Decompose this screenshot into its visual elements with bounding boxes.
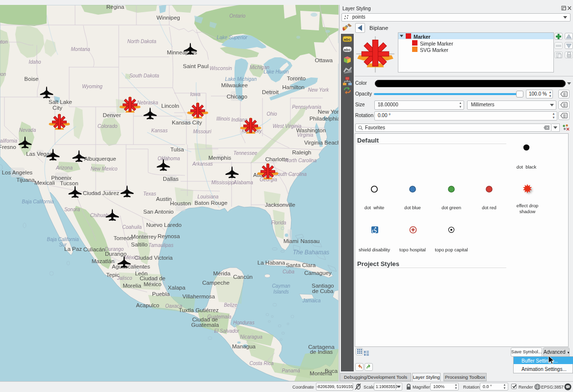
svg-text:Honduras: Honduras [233,320,254,325]
svg-text:Ciudad Juárez: Ciudad Juárez [83,190,119,196]
svg-text:Jalisco: Jalisco [117,275,132,281]
svg-text:Islands: Islands [273,289,289,294]
svg-text:abc: abc [344,37,351,42]
svg-text:Torreón: Torreón [114,235,133,241]
svg-text:Nevada: Nevada [19,127,36,133]
svg-text:Lake Superior: Lake Superior [217,35,248,40]
svg-text:Xalapa: Xalapa [168,285,185,291]
svg-text:Camaguey: Camaguey [304,270,332,276]
svg-text:Nebraska: Nebraska [137,100,158,105]
svg-text:Colorado: Colorado [98,123,118,129]
svg-text:Lake Michigan: Lake Michigan [225,76,257,82]
svg-text:Albuquerque: Albuquerque [84,156,116,162]
svg-text:abc: abc [344,48,351,52]
svg-text:The Bahamas: The Bahamas [293,249,330,256]
svg-text:Iowa: Iowa [190,92,201,97]
svg-text:Wyoming: Wyoming [82,84,103,89]
svg-text:Los Angeles: Los Angeles [2,170,33,175]
svg-text:La Paz: La Paz [64,246,82,252]
svg-text:Arizona: Arizona [55,165,73,171]
svg-text:Mazatlán: Mazatlán [92,258,115,264]
svg-text:de Cuba: de Cuba [312,288,334,294]
svg-text:Jacksonville: Jacksonville [265,202,295,208]
svg-text:Nassau: Nassau [301,238,320,244]
svg-text:Tennessee: Tennessee [234,150,258,156]
svg-text:Dallas: Dallas [163,176,179,182]
svg-text:California: California [0,138,18,144]
svg-text:Kansas: Kansas [151,128,167,133]
svg-text:Miami: Miami [284,238,299,244]
svg-text:gton: gton [0,39,8,45]
svg-text:Costa Rica: Costa Rica [250,361,274,366]
svg-text:Reynosa: Reynosa [157,233,180,239]
svg-text:Nicaragua: Nicaragua [240,334,262,340]
svg-text:Raleigh: Raleigh [292,149,312,155]
svg-text:Cayman: Cayman [272,283,290,289]
svg-text:Pennsylvania: Pennsylvania [292,104,321,110]
svg-text:Baton Rouge: Baton Rouge [194,200,227,206]
svg-text:Toronto: Toronto [287,75,306,81]
svg-text:Florida: Florida [271,220,286,225]
svg-text:Kansas City: Kansas City [172,120,202,125]
svg-text:Lake Huron: Lake Huron [263,69,289,74]
svg-text:City: City [52,105,62,111]
svg-text:Alabama: Alabama [233,180,253,185]
svg-text:Regina: Regina [106,5,125,10]
svg-text:Virginia Beach: Virginia Beach [304,140,339,146]
svg-text:Memphis: Memphis [208,155,232,161]
svg-text:Managua: Managua [232,343,256,349]
svg-text:Ontario: Ontario [230,13,246,19]
svg-text:Nuevo Laredo: Nuevo Laredo [146,222,182,228]
svg-text:Tulsa: Tulsa [170,147,184,152]
svg-text:Houston: Houston [170,200,191,206]
svg-text:Tijuana: Tijuana [16,177,35,183]
svg-text:Coahuila: Coahuila [122,224,142,230]
svg-text:Milwaukee: Milwaukee [221,82,248,88]
svg-text:Saint Paul: Saint Paul [183,63,208,69]
svg-text:Puebla: Puebla [152,291,170,297]
svg-text:Detroit: Detroit [262,89,279,95]
svg-text:Morelia: Morelia [123,283,141,289]
svg-text:La Habana: La Habana [258,260,286,266]
svg-text:Villahermosa: Villahermosa [182,294,215,299]
svg-text:Baja California: Baja California [47,237,78,242]
svg-text:Boise: Boise [25,76,39,82]
svg-text:Monterrey: Monterrey [131,234,156,240]
svg-text:Chicago: Chicago [227,94,247,99]
svg-text:Montana: Montana [71,47,90,52]
svg-text:Ottawa: Ottawa [315,57,333,63]
svg-text:México: México [124,255,140,260]
svg-text:Philadelphia: Philadelphia [310,116,339,122]
svg-text:Wisconsin: Wisconsin [209,66,232,71]
svg-text:Missouri: Missouri [193,129,211,134]
svg-text:gon: gon [0,72,6,77]
svg-text:El Salvador: El Salvador [214,328,239,334]
svg-text:de Indias: de Indias [310,349,333,355]
svg-text:Texas: Texas [143,191,156,196]
svg-text:San Antonio: San Antonio [143,209,174,215]
svg-text:Acapulco: Acapulco [136,302,159,308]
svg-text:Fresno: Fresno [0,144,16,150]
svg-text:South Carolina: South Carolina [274,172,307,177]
svg-text:Montería: Montería [310,370,332,376]
svg-text:Tucson: Tucson [60,180,78,186]
svg-text:Winnipeg: Winnipeg [156,15,180,21]
svg-text:Campeche: Campeche [202,280,230,286]
svg-text:Guatemala: Guatemala [208,314,232,319]
svg-text:Oklahoma: Oklahoma [157,156,180,161]
svg-text:Culiacán: Culiacán [83,246,105,252]
svg-text:Santa Clara: Santa Clara [286,262,316,268]
svg-text:Austin: Austin [156,196,172,202]
svg-text:Denver: Denver [103,112,121,118]
svg-text:Mérida: Mérida [213,270,231,276]
svg-text:México: México [144,281,161,287]
svg-text:Ciudad de: Ciudad de [140,275,165,281]
svg-text:South Dakota: South Dakota [130,73,159,78]
svg-text:Cancún: Cancún [233,274,253,280]
svg-text:Cuba: Cuba [283,269,294,274]
svg-text:Tamaulipas: Tamaulipas [149,243,174,248]
svg-text:North Carolina: North Carolina [285,158,317,163]
svg-text:Salt Lake: Salt Lake [49,99,72,105]
svg-text:Louisiana: Louisiana [198,194,219,199]
svg-text:Jamaica: Jamaica [302,298,321,303]
